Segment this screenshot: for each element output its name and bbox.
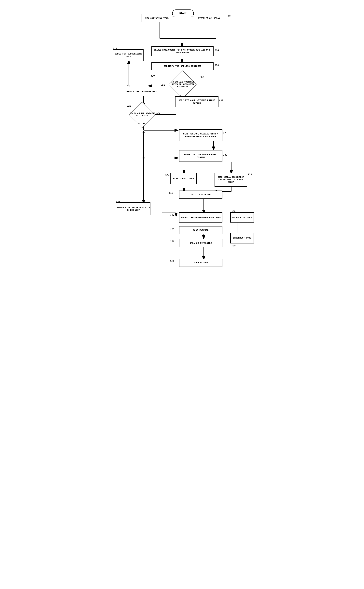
identify-node: IDENTIFY THE CALLING CUSTOMER [151, 62, 214, 70]
label-308: 308 [200, 76, 204, 79]
label-310: 310 [113, 47, 117, 50]
human-agent-node: HUMAN AGENT CALLS [194, 14, 224, 22]
label-342: 342 [170, 214, 175, 216]
label-318: 318 [126, 85, 130, 88]
incorrect-code-node: INCORRECT CODE [230, 233, 254, 243]
no-label-dncl: NO 324 [152, 112, 160, 114]
yes-label-subscriber: YES [161, 84, 165, 87]
label-346: 346 [170, 240, 175, 243]
announce-caller-node: ANNOUNCE TO CALLER THAT # IS ON DNC LIST [116, 202, 150, 215]
start-node: START [172, 9, 194, 17]
label-322: 322 [127, 105, 131, 107]
is-subscriber-diamond: IS CALLING CUSTOMER LISTED ON SUBSCRIBER… [166, 74, 199, 95]
label-306: 306 [214, 64, 219, 67]
no-code-node: NO CODE ENTERED [230, 212, 254, 222]
svg-point-23 [143, 157, 144, 159]
route-call-node: ROUTE CALL TO ANNOUNCEMENT SYSTEM [179, 150, 222, 162]
keep-record-node: KEEP RECORD [179, 259, 222, 267]
complete-no-future-node: COMPLETE CALL WITHOUT FUTURE ACTION [175, 96, 219, 107]
svg-point-20 [143, 131, 144, 133]
call-completed-node: CALL IS COMPLETED [179, 239, 222, 247]
flowchart-diagram: START 301— ACS INITIATES CALL HUMAN AGEN… [109, 4, 255, 576]
label-350: 350 [231, 244, 236, 247]
send-release-node: SEND RELEASE MESSAGE WITH A PREDETERMINE… [179, 129, 222, 141]
label-330: 330 [223, 154, 227, 156]
label-344: 344 [170, 228, 175, 230]
label-340: 340 [116, 201, 120, 203]
send-verbal-node: SEND VERBAL DISCONNECT ANNOUNCEMENT TO H… [214, 173, 247, 187]
label-348: 348 [231, 210, 236, 213]
nodes-subscribers-node: NODES FOR SUBSCRIBERS ONLY [113, 49, 143, 61]
acs-node: ACS INITIATES CALL [142, 14, 172, 22]
shared-node: SHARED NODE/SWITCH FOR BOTH SUBSCRIBERS … [151, 47, 214, 56]
play-coded-node: PLAY CODED TONES [170, 173, 197, 184]
call-blocked-node: CALL IS BLOCKED [179, 191, 222, 199]
code-entered-node: CODE ENTERED [179, 226, 222, 234]
label-338: 338 [248, 173, 252, 176]
request-auth-node: REQUEST AUTHORIZATION OVER-RIDE [179, 212, 222, 222]
label-354: 354 [169, 192, 174, 195]
is-dncl-diamond: IS DN ON THE DO-NOT-CALL LIST? [126, 105, 158, 124]
label-320: 320 [150, 75, 155, 77]
yes-label-dncl: 326 YES [136, 122, 145, 125]
label-302: —302 [225, 15, 231, 18]
detect-dest-node: DETECT THE DESTINATION # [126, 87, 158, 96]
label-316: 316 [219, 99, 223, 101]
label-328: 328 [223, 132, 227, 135]
label-352: 352 [170, 260, 175, 263]
label-334: 334 [165, 174, 169, 177]
label-304: 304 [214, 49, 219, 52]
